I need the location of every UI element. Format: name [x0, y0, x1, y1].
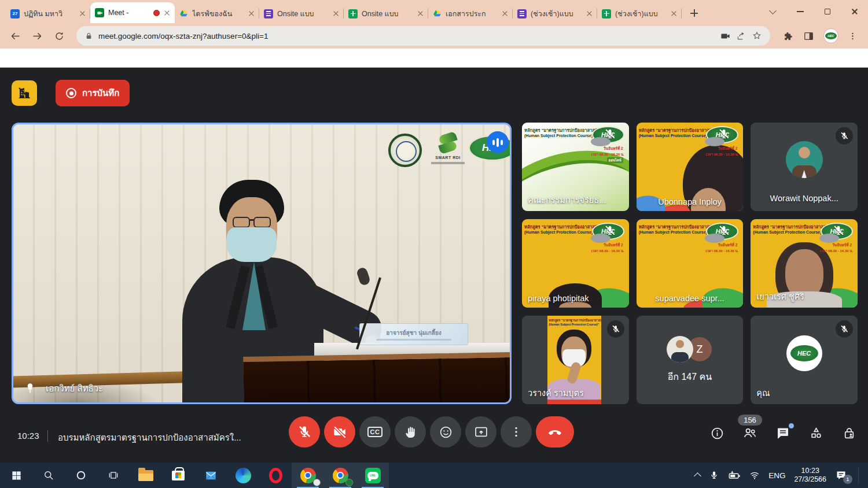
tray-expand-icon[interactable]	[694, 472, 701, 480]
close-icon[interactable]	[248, 10, 255, 17]
tab-title: ปฏิทิน มหาวิ	[24, 8, 75, 20]
recording-label: การบันทึก	[82, 86, 119, 100]
close-icon[interactable]	[164, 10, 170, 16]
microsoft-store-button[interactable]	[162, 463, 194, 488]
tab-forms-2[interactable]: (ช่วงเช้า)แบบ	[513, 4, 597, 23]
edge-button[interactable]	[227, 463, 259, 488]
profile-avatar[interactable]: HEC	[823, 28, 838, 43]
leave-call-button[interactable]	[536, 416, 574, 448]
reload-button[interactable]	[50, 27, 68, 45]
participant-name: Worawit Noppak...	[751, 194, 858, 203]
main-video-tile[interactable]: อาจารย์สุชา นุ่มเกลี้ยง SMART RDI HEC เอ…	[12, 123, 512, 404]
tab-drive[interactable]: ไดรฟ์ของฉัน	[175, 4, 259, 23]
raise-hand-button[interactable]	[395, 416, 426, 448]
browser-menu-icon[interactable]	[848, 31, 858, 41]
captions-button[interactable]: CC	[359, 416, 391, 448]
start-button[interactable]	[0, 463, 32, 488]
self-tile[interactable]: HEC คุณ	[751, 316, 858, 404]
participant-tile[interactable]: หลักสูตร "มาตรฐานการปกป้องอาสาสมัคร (Hum…	[522, 219, 629, 308]
tab-sheets-2[interactable]: (ช่วงเช้า)แบบ	[597, 4, 682, 23]
camera-toggle-button[interactable]	[324, 416, 355, 448]
tab-search-chevron-button[interactable]	[759, 0, 786, 23]
maximize-button[interactable]	[814, 0, 841, 23]
close-icon[interactable]	[586, 10, 593, 17]
wifi-icon[interactable]	[749, 470, 760, 480]
tab-forms-1[interactable]: Onsite แบบ	[259, 4, 344, 23]
forward-button[interactable]	[28, 27, 46, 45]
reactions-button[interactable]	[430, 416, 461, 448]
bookmark-star-icon[interactable]	[752, 31, 762, 41]
participants-button[interactable]: 156	[742, 426, 757, 441]
participant-count-badge: 156	[738, 415, 762, 426]
close-icon[interactable]	[417, 10, 424, 17]
mic-muted-icon	[832, 224, 845, 237]
task-view-button[interactable]	[97, 463, 130, 488]
recording-indicator[interactable]: การบันทึก	[56, 80, 130, 106]
overflow-tile[interactable]: Z อีก 147 คน	[637, 316, 744, 404]
close-window-button[interactable]	[841, 0, 868, 23]
divider	[47, 430, 48, 442]
participant-tile[interactable]: หลักสูตร "มาตรฐานการปกป้องอาสาสมัคร (Hum…	[637, 123, 744, 211]
participant-tile[interactable]: หลักสูตร "มาตรฐานการปกป้องอาสาสมัคร (Hum…	[522, 123, 629, 211]
stacked-avatars: Z	[667, 336, 713, 363]
forms-favicon	[264, 9, 273, 19]
tab-calendar[interactable]: 27 ปฏิทิน มหาวิ	[6, 4, 90, 23]
taskbar-clock[interactable]: 10:23 27/3/2566	[794, 467, 826, 484]
close-icon[interactable]	[502, 10, 508, 17]
tab-recording-dot-icon	[153, 10, 160, 16]
avatar	[667, 336, 693, 363]
cortana-button[interactable]	[65, 463, 97, 488]
avatar: HEC	[786, 335, 822, 371]
more-options-button[interactable]	[501, 416, 532, 448]
line-app-button[interactable]: LINE	[356, 463, 389, 488]
url-text[interactable]: meet.google.com/oqx-szta-znj?authuser=0&…	[98, 32, 715, 40]
tab-title: (ช่วงเช้า)แบบ	[531, 8, 582, 20]
lock-icon[interactable]	[84, 32, 93, 40]
mic-muted-icon	[836, 320, 853, 338]
participant-tile[interactable]: หลักสูตร "มาตรฐานการปกป้องอาสาสมัคร (Hum…	[637, 219, 744, 308]
activities-button[interactable]	[808, 426, 823, 441]
chrome-button-1[interactable]	[292, 463, 324, 488]
participant-tile[interactable]: Worawit Noppak...	[751, 123, 858, 211]
tab-title: ไดรฟ์ของฉัน	[192, 8, 244, 20]
back-button[interactable]	[6, 27, 24, 45]
participant-tile[interactable]: หลักสูตร "มาตรฐานการปกป้องอาสาสมัคร (Hum…	[522, 316, 629, 404]
close-icon[interactable]	[671, 10, 677, 17]
external-participants-warning-button[interactable]	[12, 80, 37, 106]
tab-sheets-1[interactable]: Onsite แบบ	[344, 4, 428, 23]
tab-drive-2[interactable]: เอกสารประก	[428, 4, 513, 23]
chrome-badge	[313, 479, 321, 486]
action-center-button[interactable]: 1	[835, 469, 847, 482]
participant-tile[interactable]: หลักสูตร "มาตรฐานการปกป้องอาสาสมัคร (Hum…	[751, 219, 858, 308]
nameplate: อาจารย์สุชา นุ่มเกลี้ยง	[359, 323, 468, 345]
share-icon[interactable]	[736, 31, 746, 41]
file-explorer-button[interactable]	[130, 463, 162, 488]
chat-button[interactable]	[775, 426, 790, 441]
minimize-button[interactable]	[786, 0, 814, 23]
present-button[interactable]	[465, 416, 496, 448]
extensions-icon[interactable]	[783, 31, 794, 42]
battery-icon[interactable]	[728, 469, 741, 482]
mail-button[interactable]	[194, 463, 227, 488]
close-icon[interactable]	[79, 10, 86, 17]
taskbar-search-button[interactable]	[32, 463, 65, 488]
close-icon[interactable]	[333, 10, 339, 17]
mic-muted-icon	[836, 127, 853, 145]
language-indicator[interactable]: ENG	[768, 471, 785, 480]
meeting-details-button[interactable]	[709, 426, 724, 441]
side-panel-icon[interactable]	[803, 31, 814, 42]
toolbar-right-icons: HEC	[778, 28, 862, 43]
new-tab-button[interactable]	[687, 6, 701, 20]
address-bar[interactable]: meet.google.com/oqx-szta-znj?authuser=0&…	[76, 26, 770, 46]
camera-in-use-icon[interactable]	[720, 31, 731, 42]
show-desktop-button[interactable]	[858, 467, 859, 483]
sheets-favicon	[602, 9, 611, 19]
opera-button[interactable]	[259, 463, 292, 488]
tab-title: Onsite แบบ	[362, 8, 413, 20]
overflow-count-label: อีก 147 คน	[668, 369, 712, 384]
tab-meet[interactable]: Meet -	[90, 2, 175, 23]
mic-toggle-button[interactable]	[289, 416, 320, 448]
chrome-button-2[interactable]	[324, 463, 356, 488]
tray-mic-icon[interactable]	[709, 470, 719, 480]
host-controls-button[interactable]	[841, 426, 856, 441]
